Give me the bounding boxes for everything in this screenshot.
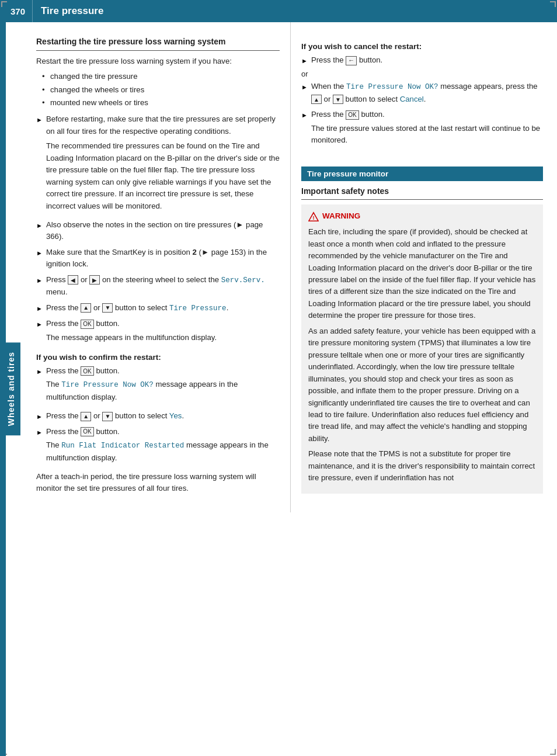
or-text: or — [301, 70, 543, 78]
warning-box: ! WARNING Each tire, including the spare… — [301, 204, 543, 493]
left-section-heading: Restarting the tire pressure loss warnin… — [36, 36, 280, 48]
safety-heading: Important safety notes — [301, 186, 543, 197]
arrow-item-1-text: Before restarting, make sure that the ti… — [46, 115, 276, 135]
arrow-item-6-sub: The message appears in the multifunction… — [46, 332, 280, 344]
confirm-item-1-sub: The Tire Pressure Now OK? message appear… — [46, 379, 280, 403]
corner-tl — [1, 1, 7, 7]
arrow-item-4: ► Press ◀ or ▶ on the steering wheel to … — [36, 274, 280, 299]
arrow-right-icon: ► — [36, 304, 43, 314]
list-item: changed the wheels or tires — [42, 84, 280, 96]
down-button-cw[interactable]: ▼ — [333, 95, 343, 104]
arrow-right-icon: ► — [301, 110, 308, 120]
confirm-item-3: ► Press the OK button. The Run Flat Indi… — [36, 426, 280, 467]
warning-header: ! WARNING — [308, 210, 536, 223]
cancel-heading: If you wish to cancel the restart: — [301, 42, 543, 51]
right-column: If you wish to cancel the restart: ► Pre… — [291, 22, 557, 512]
safety-divider — [301, 199, 543, 200]
menu-name: Serv.Serv. — [221, 276, 265, 285]
arrow-right-icon: ► — [301, 82, 308, 92]
page-title: Tire pressure — [33, 5, 103, 17]
section-divider — [36, 50, 280, 51]
page-header: 370 Tire pressure — [0, 0, 557, 22]
intro-text: Restart the tire pressure loss warning s… — [36, 56, 280, 67]
svg-text:!: ! — [313, 215, 315, 221]
arrow-item-2: ► Also observe the notes in the section … — [36, 219, 280, 243]
warning-label: WARNING — [322, 210, 360, 223]
arrow-item-3: ► Make sure that the SmartKey is in posi… — [36, 247, 280, 271]
arrow-item-6-text: Press the OK button. — [46, 319, 120, 328]
confirm-item-1: ► Press the OK button. The Tire Pressure… — [36, 365, 280, 407]
arrow-item-2-text: Also observe the notes in the section on… — [46, 220, 263, 241]
arrow-item-4-text: Press ◀ or ▶ on the steering wheel to se… — [46, 275, 265, 296]
cancel-when-item-2-text: Press the OK button. — [311, 110, 385, 119]
ok-button-c3[interactable]: OK — [81, 427, 93, 436]
warning-para-2: As an added safety feature, your vehicle… — [308, 325, 536, 445]
run-flat-msg: Run Flat Indicator Restarted — [61, 442, 184, 450]
arrow-item-5: ► Press the ▲ or ▼ button to select Tire… — [36, 302, 280, 314]
confirm-item-3-sub: The Run Flat Indicator Restarted message… — [46, 439, 280, 464]
arrow-right-icon: ► — [36, 276, 43, 286]
right-button[interactable]: ▶ — [89, 275, 100, 285]
ok-button-c1[interactable]: OK — [81, 366, 93, 376]
left-button[interactable]: ◀ — [68, 275, 78, 285]
cancel-item-1: ► Press the ← button. — [301, 54, 543, 66]
up-button-c2[interactable]: ▲ — [81, 412, 91, 421]
tire-pressure-now-ok: Tire Pressure Now OK? — [61, 381, 154, 389]
arrow-item-3-text: Make sure that the SmartKey is in positi… — [46, 248, 267, 268]
down-button[interactable]: ▼ — [102, 303, 113, 313]
cancel-when-item-1-text: When the Tire Pressure Now OK? message a… — [311, 82, 538, 103]
confirm-item-2: ► Press the ▲ or ▼ button to select Yes. — [36, 410, 280, 422]
confirm-item-1-text: Press the OK button. — [46, 366, 120, 375]
left-column: Restarting the tire pressure loss warnin… — [22, 22, 291, 512]
yes-option: Yes — [169, 411, 182, 420]
arrow-right-icon: ► — [36, 221, 43, 231]
up-button-cw[interactable]: ▲ — [311, 95, 322, 104]
tire-pressure-now-ok-r: Tire Pressure Now OK? — [346, 83, 438, 91]
spacer — [301, 154, 543, 167]
arrow-item-1-sub: The recommended tire pressures can be fo… — [46, 140, 280, 212]
arrow-right-icon: ► — [36, 248, 43, 258]
list-item: mounted new wheels or tires — [42, 97, 280, 109]
cancel-when-item-1: ► When the Tire Pressure Now OK? message… — [301, 81, 543, 105]
arrow-right-icon: ► — [301, 56, 308, 66]
arrow-right-icon: ► — [36, 412, 43, 422]
arrow-right-icon: ► — [36, 428, 43, 438]
cancel-item-1-text: Press the ← button. — [311, 56, 382, 64]
up-button[interactable]: ▲ — [81, 303, 91, 313]
confirm-item-3-text: Press the OK button. — [46, 427, 120, 436]
arrow-right-icon: ► — [36, 320, 43, 330]
bullet-list: changed the tire pressure changed the wh… — [42, 71, 280, 109]
arrow-right-icon: ► — [36, 115, 43, 125]
back-button[interactable]: ← — [346, 56, 357, 65]
arrow-item-5-text: Press the ▲ or ▼ button to select Tire P… — [46, 303, 228, 312]
ok-button[interactable]: OK — [81, 320, 93, 329]
sidebar-blue-bar — [0, 22, 6, 756]
arrow-right-icon: ► — [36, 367, 43, 377]
arrow-item-6: ► Press the OK button. The message appea… — [36, 318, 280, 347]
warning-para-1: Each tire, including the spare (if provi… — [308, 226, 536, 322]
arrow-item-1: ► Before restarting, make sure that the … — [36, 113, 280, 216]
tire-pressure-option: Tire Pressure — [169, 304, 227, 313]
confirm-item-2-text: Press the ▲ or ▼ button to select Yes. — [46, 411, 184, 420]
content-area: Restarting the tire pressure loss warnin… — [22, 22, 557, 512]
down-button-c2[interactable]: ▼ — [102, 412, 113, 421]
corner-tr — [550, 1, 556, 7]
confirm-footer: After a teach-in period, the tire pressu… — [36, 471, 280, 495]
warning-para-3: Please note that the TPMS is not a subst… — [308, 448, 536, 484]
cancel-when-item-2: ► Press the OK button. The tire pressure… — [301, 109, 543, 150]
cancel-when-item-2-sub: The tire pressure values stored at the l… — [311, 123, 543, 147]
warning-triangle-icon: ! — [308, 211, 319, 222]
confirm-heading: If you wish to confirm the restart: — [36, 353, 280, 362]
cancel-option: Cancel — [400, 95, 424, 103]
corner-br — [550, 749, 556, 755]
ok-button-cw[interactable]: OK — [346, 110, 358, 120]
list-item: changed the tire pressure — [42, 71, 280, 82]
tpm-section-header: Tire pressure monitor — [301, 167, 543, 181]
